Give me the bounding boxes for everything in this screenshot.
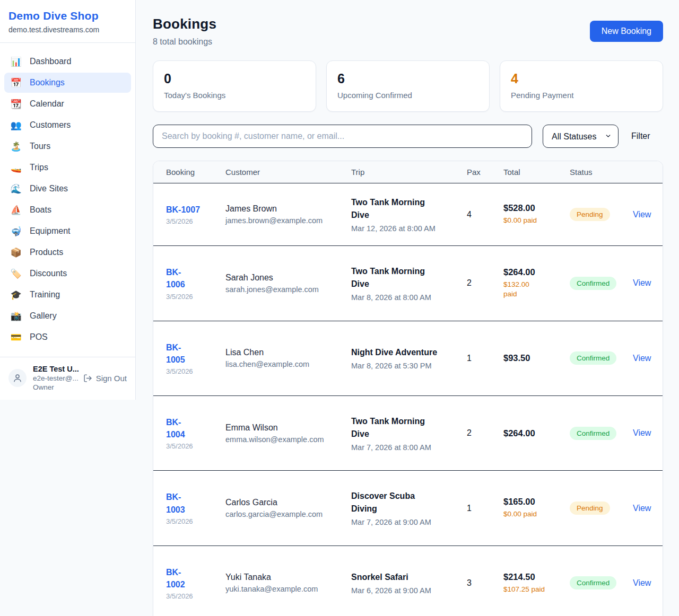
sign-out-label: Sign Out	[96, 374, 127, 383]
camera-icon: 📸	[10, 312, 22, 321]
sidebar-item-gallery[interactable]: 📸 Gallery	[4, 306, 131, 326]
booking-id-link[interactable]: BK- 1006	[166, 266, 185, 291]
column-header-status: Status	[570, 168, 633, 177]
table-row: BK- 1002 3/5/2026 Yuki Tanaka yuki.tanak…	[153, 545, 663, 616]
trip-name: Two Tank Morning Dive	[351, 265, 467, 291]
customer-name: Yuki Tanaka	[225, 573, 351, 582]
booking-id-link[interactable]: BK-1007	[166, 204, 200, 216]
user-box: E2E Test U... e2e-tester@... Owner Sign …	[0, 357, 135, 400]
view-link[interactable]: View	[633, 504, 651, 513]
stat-card-upcoming-confirmed: 6 Upcoming Confirmed	[326, 60, 490, 112]
trip-date: Mar 8, 2026 at 5:30 PM	[351, 362, 467, 370]
sailboat-icon: ⛵	[10, 206, 22, 215]
filter-button[interactable]: Filter	[629, 128, 652, 144]
stat-value: 4	[511, 71, 652, 86]
booking-id-link[interactable]: BK- 1003	[166, 491, 185, 515]
status-badge: Pending	[570, 208, 610, 221]
customer-email: yuki.tanaka@example.com	[225, 585, 351, 593]
new-booking-button[interactable]: New Booking	[590, 21, 663, 42]
table-row: BK- 1004 3/5/2026 Emma Wilson emma.wilso…	[153, 395, 663, 470]
view-link[interactable]: View	[633, 428, 651, 437]
stat-label: Pending Payment	[511, 91, 652, 100]
booking-id-link[interactable]: BK- 1002	[166, 566, 185, 591]
sidebar-item-discounts[interactable]: 🏷️ Discounts	[4, 263, 131, 284]
user-role: Owner	[33, 383, 77, 391]
column-header-booking: Booking	[166, 168, 225, 177]
booking-date: 3/5/2026	[166, 217, 225, 225]
status-select[interactable]: All Statuses	[543, 125, 619, 148]
calendar-icon: 📅	[10, 78, 22, 87]
trip-date: Mar 6, 2026 at 9:00 AM	[351, 586, 467, 595]
sidebar-item-trips[interactable]: 🚤 Trips	[4, 157, 131, 178]
sidebar-item-boats[interactable]: ⛵ Boats	[4, 200, 131, 220]
table-row: BK- 1003 3/5/2026 Carlos Garcia carlos.g…	[153, 470, 663, 545]
view-link[interactable]: View	[633, 210, 651, 219]
total-amount: $528.00	[503, 203, 570, 213]
sidebar-item-customers[interactable]: 👥 Customers	[4, 115, 131, 135]
trip-name: Two Tank Morning Dive	[351, 415, 467, 441]
search-input[interactable]	[153, 125, 532, 148]
page-title: Bookings	[153, 16, 216, 32]
booking-date: 3/5/2026	[166, 592, 225, 600]
total-amount: $93.50	[503, 353, 570, 363]
customer-email: sarah.jones@example.com	[225, 285, 351, 294]
booking-date: 3/5/2026	[166, 517, 225, 525]
sign-out-button[interactable]: Sign Out	[83, 374, 127, 383]
trip-name: Night Dive Adventure	[351, 346, 467, 359]
sidebar-nav: 📊 Dashboard 📅 Bookings 📆 Calendar 👥 Cust…	[0, 43, 135, 357]
sidebar-item-training[interactable]: 🎓 Training	[4, 285, 131, 305]
sidebar-item-dive-sites[interactable]: 🌊 Dive Sites	[4, 179, 131, 199]
package-icon: 📦	[10, 248, 22, 257]
booking-id-link[interactable]: BK- 1004	[166, 416, 185, 441]
total-amount: $264.00	[503, 267, 570, 277]
person-icon	[13, 373, 22, 383]
paid-amount: $0.00 paid	[503, 216, 570, 225]
booking-id-link[interactable]: BK- 1005	[166, 341, 185, 366]
status-badge: Pending	[570, 501, 610, 515]
trip-date: Mar 8, 2026 at 8:00 AM	[351, 293, 467, 302]
sidebar-item-bookings[interactable]: 📅 Bookings	[4, 73, 131, 93]
customer-email: carlos.garcia@example.com	[225, 510, 351, 518]
column-header-total: Total	[503, 168, 570, 177]
trip-date: Mar 12, 2026 at 8:00 AM	[351, 224, 467, 233]
stat-card-todays-bookings: 0 Today's Bookings	[153, 60, 316, 112]
booking-date: 3/5/2026	[166, 442, 225, 450]
filter-row: All Statuses Filter	[153, 125, 663, 148]
bar-chart-icon: 📊	[10, 57, 22, 66]
column-header-trip: Trip	[351, 168, 467, 177]
logout-icon	[83, 374, 92, 383]
sidebar-item-products[interactable]: 📦 Products	[4, 242, 131, 262]
view-link[interactable]: View	[633, 578, 651, 587]
table-row: BK- 1005 3/5/2026 Lisa Chen lisa.chen@ex…	[153, 321, 663, 395]
wave-icon: 🌊	[10, 184, 22, 193]
trip-date: Mar 7, 2026 at 9:00 AM	[351, 518, 467, 526]
trip-name: Two Tank Morning Dive	[351, 196, 467, 222]
sidebar-item-dashboard[interactable]: 📊 Dashboard	[4, 51, 131, 72]
user-email: e2e-tester@...	[33, 374, 77, 382]
people-icon: 👥	[10, 121, 22, 130]
stat-label: Today's Bookings	[164, 91, 305, 100]
graduation-cap-icon: 🎓	[10, 291, 22, 300]
status-badge: Confirmed	[570, 277, 616, 290]
view-link[interactable]: View	[633, 354, 651, 363]
trip-date: Mar 7, 2026 at 8:00 AM	[351, 443, 467, 452]
pax-count: 4	[467, 210, 503, 219]
sidebar-item-tours[interactable]: 🏝️ Tours	[4, 136, 131, 156]
page-subtitle: 8 total bookings	[153, 37, 216, 47]
customer-email: emma.wilson@example.com	[225, 435, 351, 444]
customer-email: lisa.chen@example.com	[225, 360, 351, 368]
sidebar-item-pos[interactable]: 💳 POS	[4, 327, 131, 347]
table-row: BK-1007 3/5/2026 James Brown james.brown…	[153, 183, 663, 245]
paid-amount: $0.00 paid	[503, 509, 570, 519]
customer-name: Emma Wilson	[225, 423, 351, 433]
shop-domain: demo.test.divestreams.com	[8, 25, 127, 34]
view-link[interactable]: View	[633, 278, 651, 287]
sidebar-item-equipment[interactable]: 🤿 Equipment	[4, 221, 131, 241]
shop-name: Demo Dive Shop	[8, 10, 127, 22]
stat-value: 0	[164, 71, 305, 86]
pax-count: 2	[467, 428, 503, 438]
stat-value: 6	[337, 71, 478, 86]
customer-email: james.brown@example.com	[225, 216, 351, 225]
sidebar-item-calendar[interactable]: 📆 Calendar	[4, 94, 131, 114]
speedboat-icon: 🚤	[10, 163, 22, 172]
